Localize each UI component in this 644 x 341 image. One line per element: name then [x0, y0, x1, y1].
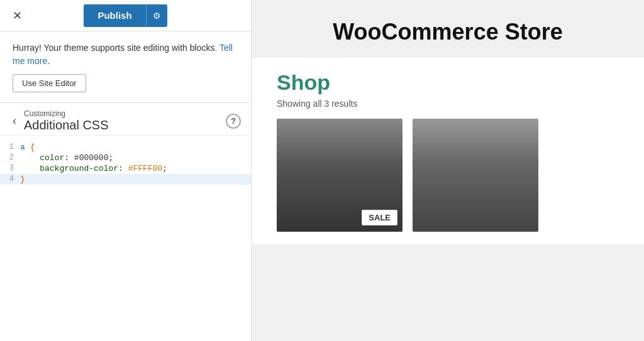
line-number-2: 2: [0, 153, 20, 162]
line-number-1: 1: [0, 143, 20, 151]
code-line-1: 1 a {: [0, 142, 251, 153]
top-bar: ✕ Publish ⚙: [0, 0, 251, 31]
customizing-header: ‹ Customizing Additional CSS ?: [0, 103, 251, 136]
line-content-2: color: #000000;: [20, 153, 251, 163]
product-card-2: [413, 119, 538, 232]
store-title: WooCommerce Store: [277, 19, 619, 45]
code-line-4: 4 }: [0, 174, 251, 185]
publish-button[interactable]: Publish: [84, 4, 145, 27]
notice-area: Hurray! Your theme supports site editing…: [0, 31, 251, 103]
code-line-2: 2 color: #000000;: [0, 153, 251, 163]
back-button[interactable]: ‹: [10, 112, 19, 130]
line-number-3: 3: [0, 164, 20, 173]
settings-button[interactable]: ⚙: [146, 4, 167, 27]
use-site-editor-button[interactable]: Use Site Editor: [13, 74, 86, 92]
product-card-1: SALE: [277, 119, 402, 232]
line-content-1: a {: [20, 143, 251, 152]
code-line-3: 3 background-color: #FFFF00;: [0, 163, 251, 174]
notice-text: Hurray! Your theme supports site editing…: [13, 43, 217, 53]
results-text: Showing all 3 results: [277, 99, 619, 109]
close-button[interactable]: ✕: [9, 6, 26, 25]
line-content-4: }: [20, 175, 251, 184]
customizing-label: Customizing: [24, 109, 226, 118]
period: .: [47, 56, 50, 66]
preview-header: WooCommerce Store: [252, 0, 644, 58]
preview-content: Shop Showing all 3 results SALE: [252, 58, 644, 244]
right-panel: WooCommerce Store Shop Showing all 3 res…: [252, 0, 644, 341]
product-image-2: [413, 119, 538, 232]
gear-icon: ⚙: [153, 11, 161, 21]
line-number-4: 4: [0, 175, 20, 183]
customizing-title: Additional CSS: [24, 118, 226, 133]
sale-badge: SALE: [362, 210, 397, 225]
left-panel: ✕ Publish ⚙ Hurray! Your theme supports …: [0, 0, 252, 341]
help-button[interactable]: ?: [226, 114, 241, 129]
shop-heading: Shop: [277, 70, 619, 95]
customizing-inner: Customizing Additional CSS: [24, 109, 226, 133]
line-content-3: background-color: #FFFF00;: [20, 164, 251, 173]
code-editor[interactable]: 1 a { 2 color: #000000; 3 background-col…: [0, 136, 251, 341]
products-row: SALE: [277, 119, 619, 232]
